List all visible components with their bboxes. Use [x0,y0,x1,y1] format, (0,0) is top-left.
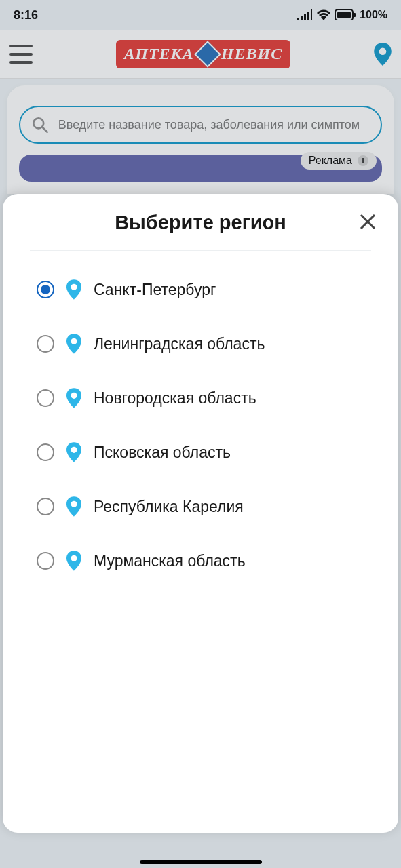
region-name: Псковская область [94,443,231,462]
region-name: Санкт-Петербург [94,281,216,299]
region-name: Ленинградская область [94,335,265,353]
pin-icon [66,388,81,408]
radio[interactable] [37,443,54,461]
pin-icon [66,279,81,300]
region-item-karelia[interactable]: Республика Карелия [30,496,371,517]
sheet-title: Выберите регион [115,212,286,234]
close-button[interactable] [358,212,378,232]
region-item-pskov[interactable]: Псковская область [30,442,371,462]
pin-icon [66,496,81,517]
region-name: Республика Карелия [94,498,244,516]
pin-icon [66,551,81,571]
pin-icon [66,442,81,462]
region-item-novgorod[interactable]: Новгородская область [30,388,371,408]
radio[interactable] [37,389,54,407]
region-name: Новгородская область [94,389,256,408]
region-list: Санкт-Петербург Ленинградская область Но… [30,279,371,571]
home-indicator[interactable] [140,860,262,864]
region-item-spb[interactable]: Санкт-Петербург [30,279,371,300]
radio[interactable] [37,552,54,570]
radio-selected[interactable] [37,281,54,298]
radio[interactable] [37,498,54,515]
radio[interactable] [37,335,54,353]
pin-icon [66,334,81,354]
region-item-murmansk[interactable]: Мурманская область [30,551,371,571]
region-item-lenobl[interactable]: Ленинградская область [30,334,371,354]
region-name: Мурманская область [94,552,246,570]
region-sheet: Выберите регион Санкт-Петербург Ленингра… [3,194,398,833]
